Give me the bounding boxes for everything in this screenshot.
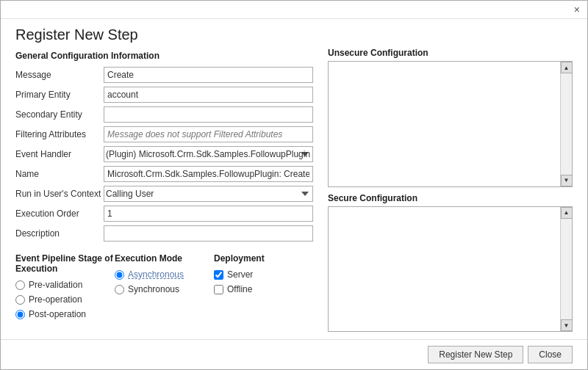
run-in-users-context-row: Run in User's Context Calling User bbox=[15, 186, 313, 202]
name-row: Name bbox=[15, 166, 313, 182]
unsecure-scroll-up[interactable]: ▲ bbox=[561, 62, 573, 73]
secure-config-box[interactable]: ▲ ▼ bbox=[328, 206, 573, 333]
event-handler-label: Event Handler bbox=[15, 149, 104, 159]
unsecure-scroll-down[interactable]: ▼ bbox=[561, 175, 573, 186]
message-input[interactable] bbox=[104, 67, 313, 83]
server-checkbox[interactable] bbox=[214, 270, 223, 280]
title-bar: × bbox=[1, 1, 587, 19]
run-in-users-context-label: Run in User's Context bbox=[15, 189, 104, 199]
secure-scrollbar: ▲ ▼ bbox=[560, 207, 572, 332]
register-new-step-dialog: × Register New Step General Configuratio… bbox=[0, 0, 588, 370]
right-panel: Unsecure Configuration ▲ ▼ Secure Config… bbox=[328, 48, 573, 332]
register-new-step-button[interactable]: Register New Step bbox=[428, 346, 523, 363]
filtering-attributes-input[interactable] bbox=[104, 126, 313, 142]
pre-validation-label: Pre-validation bbox=[29, 280, 82, 290]
left-panel: General Configuration Information Messag… bbox=[15, 48, 328, 332]
right-panel-inner: Unsecure Configuration ▲ ▼ Secure Config… bbox=[328, 48, 573, 332]
synchronous-option[interactable]: Synchronous bbox=[115, 284, 214, 294]
event-pipeline-col: Event Pipeline Stage of Execution Pre-va… bbox=[15, 253, 115, 319]
offline-label: Offline bbox=[227, 284, 252, 294]
secondary-entity-label: Secondary Entity bbox=[15, 109, 104, 120]
close-x-button[interactable]: × bbox=[571, 4, 583, 15]
server-option[interactable]: Server bbox=[214, 269, 313, 280]
run-in-users-context-select[interactable]: Calling User bbox=[104, 186, 313, 202]
event-pipeline-title: Event Pipeline Stage of Execution bbox=[15, 253, 115, 274]
description-input[interactable] bbox=[104, 225, 313, 242]
secondary-entity-row: Secondary Entity bbox=[15, 106, 313, 123]
primary-entity-input[interactable] bbox=[104, 87, 313, 103]
pre-operation-option[interactable]: Pre-operation bbox=[15, 294, 115, 305]
primary-entity-label: Primary Entity bbox=[15, 90, 104, 100]
asynchronous-radio[interactable] bbox=[115, 270, 124, 280]
unsecure-config-box[interactable]: ▲ ▼ bbox=[328, 61, 573, 187]
name-input[interactable] bbox=[104, 166, 313, 182]
offline-option[interactable]: Offline bbox=[214, 284, 313, 294]
description-row: Description bbox=[15, 225, 313, 242]
offline-checkbox[interactable] bbox=[214, 285, 223, 294]
synchronous-label: Synchronous bbox=[128, 284, 179, 294]
secure-scroll-down[interactable]: ▼ bbox=[561, 319, 573, 331]
event-handler-select[interactable]: (Plugin) Microsoft.Crm.Sdk.Samples.Follo… bbox=[104, 146, 313, 162]
secure-scroll-up[interactable]: ▲ bbox=[561, 207, 573, 219]
filtering-attributes-row: Filtering Attributes bbox=[15, 126, 313, 142]
message-row: Message bbox=[15, 67, 313, 83]
post-operation-option[interactable]: Post-operation bbox=[15, 309, 115, 319]
dialog-body: General Configuration Information Messag… bbox=[1, 48, 587, 339]
post-operation-label: Post-operation bbox=[29, 309, 86, 319]
deployment-title: Deployment bbox=[214, 253, 313, 264]
execution-mode-col: Execution Mode Asynchronous Synchronous bbox=[115, 253, 214, 319]
dialog-title: Register New Step bbox=[1, 19, 587, 48]
execution-order-label: Execution Order bbox=[15, 208, 104, 219]
deployment-col: Deployment Server Offline bbox=[214, 253, 313, 319]
filtering-attributes-label: Filtering Attributes bbox=[15, 129, 104, 139]
message-label: Message bbox=[15, 70, 104, 80]
unsecure-config-label: Unsecure Configuration bbox=[328, 48, 573, 58]
description-label: Description bbox=[15, 228, 104, 239]
unsecure-section: Unsecure Configuration ▲ ▼ bbox=[328, 48, 573, 187]
execution-order-row: Execution Order bbox=[15, 206, 313, 222]
asynchronous-label: Asynchronous bbox=[128, 269, 184, 280]
pre-validation-radio[interactable] bbox=[15, 280, 25, 290]
unsecure-scrollbar: ▲ ▼ bbox=[560, 62, 572, 186]
pre-operation-label: Pre-operation bbox=[29, 294, 82, 305]
event-handler-row: Event Handler (Plugin) Microsoft.Crm.Sdk… bbox=[15, 146, 313, 162]
asynchronous-option[interactable]: Asynchronous bbox=[115, 269, 214, 280]
synchronous-radio[interactable] bbox=[115, 285, 124, 294]
close-button[interactable]: Close bbox=[528, 346, 573, 363]
secure-config-label: Secure Configuration bbox=[328, 193, 573, 203]
post-operation-radio[interactable] bbox=[15, 310, 25, 319]
execution-mode-options: Asynchronous Synchronous bbox=[115, 269, 214, 294]
secure-section: Secure Configuration ▲ ▼ bbox=[328, 193, 573, 333]
general-section-label: General Configuration Information bbox=[15, 51, 313, 61]
execution-order-input[interactable] bbox=[104, 206, 313, 222]
execution-mode-title: Execution Mode bbox=[115, 253, 214, 264]
pre-operation-radio[interactable] bbox=[15, 295, 25, 305]
dialog-footer: Register New Step Close bbox=[1, 339, 587, 369]
event-pipeline-options: Pre-validation Pre-operation Post-operat… bbox=[15, 280, 115, 319]
secondary-entity-input[interactable] bbox=[104, 106, 313, 123]
name-label: Name bbox=[15, 169, 104, 179]
bottom-section: Event Pipeline Stage of Execution Pre-va… bbox=[15, 253, 313, 319]
pre-validation-option[interactable]: Pre-validation bbox=[15, 280, 115, 290]
primary-entity-row: Primary Entity bbox=[15, 87, 313, 103]
deployment-options: Server Offline bbox=[214, 269, 313, 294]
server-label: Server bbox=[227, 269, 253, 280]
